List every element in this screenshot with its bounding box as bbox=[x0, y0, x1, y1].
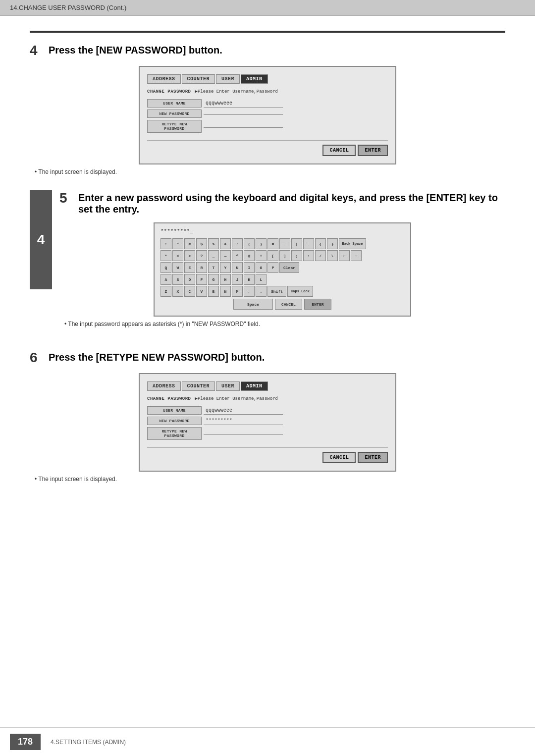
new-password-label-6[interactable]: NEW PASSWORD bbox=[147, 417, 202, 425]
step-divider bbox=[30, 31, 505, 33]
key-at[interactable]: @ bbox=[244, 250, 255, 261]
retype-password-label[interactable]: RETYPE NEW PASSWORD bbox=[147, 120, 202, 133]
key-w[interactable]: W bbox=[172, 262, 183, 273]
key-v[interactable]: V bbox=[196, 286, 207, 297]
kb-row-2: * < > ? _ — ^ @ + [ ] ; : / \ ← → bbox=[160, 250, 404, 261]
key-caret[interactable]: ^ bbox=[232, 250, 243, 261]
key-q[interactable]: Q bbox=[160, 262, 171, 273]
key-question[interactable]: ? bbox=[196, 250, 207, 261]
key-dollar[interactable]: $ bbox=[196, 238, 207, 249]
new-password-label[interactable]: NEW PASSWORD bbox=[147, 109, 202, 118]
key-plus[interactable]: + bbox=[256, 250, 267, 261]
username-value: qqqwwweee bbox=[204, 100, 283, 108]
tab-address-6[interactable]: ADDRESS bbox=[147, 381, 181, 391]
key-slash[interactable]: / bbox=[315, 250, 326, 261]
key-f[interactable]: F bbox=[196, 274, 207, 285]
tab-admin[interactable]: ADMIN bbox=[241, 74, 268, 84]
key-pipe[interactable]: | bbox=[291, 238, 302, 249]
key-e[interactable]: E bbox=[184, 262, 195, 273]
step-5-title: Enter a new password using the keyboard … bbox=[78, 190, 505, 215]
key-percent[interactable]: % bbox=[208, 238, 219, 249]
key-amp[interactable]: & bbox=[220, 238, 231, 249]
field-username-row: USER NAME qqqwwweee bbox=[147, 99, 388, 108]
key-u[interactable]: U bbox=[232, 262, 243, 273]
key-y[interactable]: Y bbox=[220, 262, 231, 273]
key-arrow-right[interactable]: → bbox=[351, 250, 362, 261]
key-o[interactable]: O bbox=[256, 262, 267, 273]
step-6-tabs: ADDRESS COUNTER USER ADMIN bbox=[147, 381, 388, 391]
username-label-6[interactable]: USER NAME bbox=[147, 406, 202, 415]
key-tilde[interactable]: ~ bbox=[279, 238, 290, 249]
key-t[interactable]: T bbox=[208, 262, 219, 273]
key-period[interactable]: . bbox=[256, 286, 267, 297]
key-space[interactable]: Space bbox=[233, 299, 273, 310]
key-rbrace[interactable]: } bbox=[327, 238, 338, 249]
key-arrow-left[interactable]: ← bbox=[339, 250, 350, 261]
key-lparen[interactable]: ( bbox=[244, 238, 255, 249]
enter-button-6[interactable]: ENTER bbox=[358, 452, 388, 463]
retype-password-value bbox=[204, 125, 283, 128]
key-lbracket[interactable]: [ bbox=[268, 250, 278, 261]
key-g[interactable]: G bbox=[208, 274, 219, 285]
step-6-header: 6 Press the [RETYPE NEW PASSWORD] button… bbox=[30, 350, 505, 366]
tab-user-6[interactable]: USER bbox=[216, 381, 240, 391]
key-gt[interactable]: > bbox=[184, 250, 195, 261]
key-dash[interactable]: — bbox=[220, 250, 231, 261]
enter-button-5[interactable]: ENTER bbox=[304, 299, 331, 310]
key-comma[interactable]: , bbox=[244, 286, 255, 297]
key-rbracket[interactable]: ] bbox=[279, 250, 290, 261]
key-i[interactable]: I bbox=[244, 262, 255, 273]
key-colon[interactable]: : bbox=[303, 250, 314, 261]
tab-admin-6[interactable]: ADMIN bbox=[241, 381, 268, 391]
key-rparen[interactable]: ) bbox=[256, 238, 267, 249]
key-b[interactable]: B bbox=[208, 286, 219, 297]
tab-counter-6[interactable]: COUNTER bbox=[182, 381, 215, 391]
key-backslash[interactable]: \ bbox=[327, 250, 338, 261]
step-6-title: Press the [RETYPE NEW PASSWORD] button. bbox=[49, 350, 265, 363]
key-clear[interactable]: Clear bbox=[279, 262, 299, 273]
key-d[interactable]: D bbox=[184, 274, 195, 285]
username-label[interactable]: USER NAME bbox=[147, 99, 202, 108]
key-exclaim[interactable]: ! bbox=[160, 238, 171, 249]
header-title: 14.CHANGE USER PASSWORD (Cont.) bbox=[10, 4, 126, 11]
tab-counter[interactable]: COUNTER bbox=[182, 74, 215, 84]
tab-address[interactable]: ADDRESS bbox=[147, 74, 181, 84]
kb-bottom-row: Space CANCEL ENTER bbox=[160, 299, 404, 310]
key-lt[interactable]: < bbox=[172, 250, 183, 261]
key-semicolon[interactable]: ; bbox=[291, 250, 302, 261]
key-z[interactable]: Z bbox=[160, 286, 171, 297]
key-m[interactable]: M bbox=[232, 286, 243, 297]
keyboard-mockup: *********_ ! " # $ % & ' ( ) = ~ | ` { bbox=[154, 222, 411, 317]
key-j[interactable]: J bbox=[232, 274, 243, 285]
key-x[interactable]: X bbox=[172, 286, 183, 297]
key-r[interactable]: R bbox=[196, 262, 207, 273]
key-star[interactable]: * bbox=[160, 250, 171, 261]
key-s[interactable]: S bbox=[172, 274, 183, 285]
key-k[interactable]: K bbox=[244, 274, 255, 285]
key-a[interactable]: A bbox=[160, 274, 171, 285]
cancel-button-4[interactable]: CANCEL bbox=[322, 145, 356, 156]
cancel-button-5[interactable]: CANCEL bbox=[275, 299, 302, 310]
kb-row-4: A S D F G H J K L bbox=[160, 274, 404, 285]
enter-button-4[interactable]: ENTER bbox=[358, 145, 388, 156]
retype-password-label-6[interactable]: RETYPE NEW PASSWORD bbox=[147, 427, 202, 440]
key-equals[interactable]: = bbox=[268, 238, 278, 249]
key-backtick[interactable]: ` bbox=[303, 238, 314, 249]
key-p[interactable]: P bbox=[268, 262, 278, 273]
step-5-header: 5 Enter a new password using the keyboar… bbox=[59, 190, 505, 215]
key-n[interactable]: N bbox=[220, 286, 231, 297]
key-backspace[interactable]: Back Space bbox=[339, 238, 366, 249]
key-quote[interactable]: " bbox=[172, 238, 183, 249]
key-hash[interactable]: # bbox=[184, 238, 195, 249]
tab-user[interactable]: USER bbox=[216, 74, 240, 84]
key-underscore[interactable]: _ bbox=[208, 250, 219, 261]
key-apos[interactable]: ' bbox=[232, 238, 243, 249]
side-number-4: 4 bbox=[30, 190, 52, 289]
key-shift[interactable]: Shift bbox=[268, 286, 286, 297]
key-lbrace[interactable]: { bbox=[315, 238, 326, 249]
key-c[interactable]: C bbox=[184, 286, 195, 297]
key-caps-lock[interactable]: Caps Lock bbox=[287, 286, 313, 297]
cancel-button-6[interactable]: CANCEL bbox=[322, 452, 356, 463]
key-l[interactable]: L bbox=[256, 274, 267, 285]
key-h[interactable]: H bbox=[220, 274, 231, 285]
